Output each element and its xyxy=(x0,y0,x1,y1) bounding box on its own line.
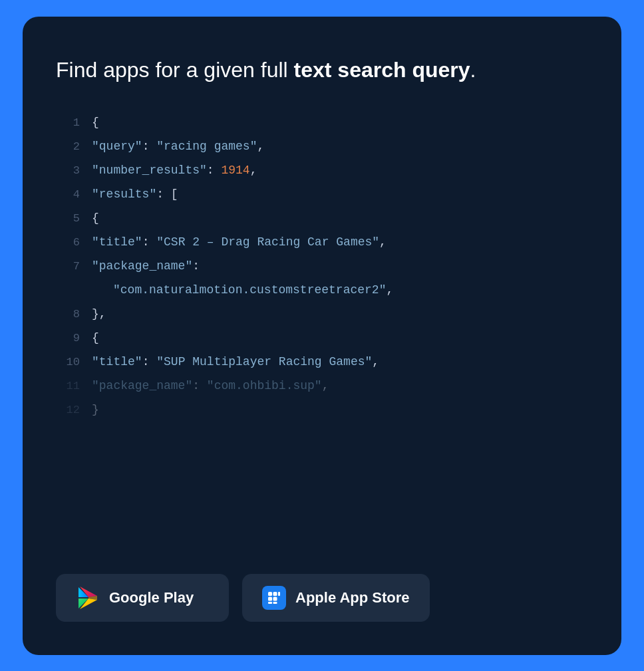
svg-rect-7 xyxy=(278,592,280,596)
code-token: "results" xyxy=(92,188,156,201)
code-content: "query": "racing games", xyxy=(92,134,264,158)
code-token: "CSR 2 – Drag Racing Car Games" xyxy=(156,235,379,249)
line-number: 10 xyxy=(56,351,80,374)
code-content: "com.naturalmotion.customstreetracer2", xyxy=(92,278,393,302)
code-line: 12} xyxy=(56,398,588,422)
code-block: 1{2"query": "racing games",3"number_resu… xyxy=(56,110,588,547)
code-content: "title": "SUP Multiplayer Racing Games", xyxy=(92,350,379,374)
code-token: : xyxy=(142,140,157,153)
code-token: "number_results" xyxy=(92,164,207,177)
code-token: : xyxy=(142,235,157,249)
line-number: 4 xyxy=(56,184,80,206)
code-token: , xyxy=(250,164,257,177)
code-token: , xyxy=(379,235,387,249)
code-token: "package_name" xyxy=(92,259,192,273)
code-token: "com.ohbibi.sup" xyxy=(207,379,322,392)
code-token: { xyxy=(92,331,99,344)
code-content: { xyxy=(92,110,99,134)
code-line: 3"number_results": 1914, xyxy=(56,158,588,182)
line-number: 5 xyxy=(56,207,80,230)
line-number: 2 xyxy=(56,136,80,158)
line-number: 11 xyxy=(56,375,80,398)
apple-app-store-icon xyxy=(262,586,286,610)
code-line: 6"title": "CSR 2 – Drag Racing Car Games… xyxy=(56,230,588,254)
code-content: "package_name": xyxy=(92,254,200,278)
line-number: 7 xyxy=(56,255,80,278)
code-token: : xyxy=(142,355,157,368)
code-content: { xyxy=(92,206,99,230)
code-content: { xyxy=(92,326,99,350)
code-line: 10"title": "SUP Multiplayer Racing Games… xyxy=(56,350,588,374)
headline: Find apps for a given full text search q… xyxy=(56,57,588,84)
code-token: } xyxy=(92,403,99,416)
svg-rect-6 xyxy=(273,592,277,596)
line-number: 12 xyxy=(56,399,80,422)
svg-rect-5 xyxy=(268,592,272,596)
code-token: , xyxy=(322,379,329,392)
code-token: "SUP Multiplayer Racing Games" xyxy=(156,355,372,368)
code-line: 9{ xyxy=(56,326,588,350)
code-token: : [ xyxy=(156,188,178,201)
apple-store-button[interactable]: Apple App Store xyxy=(242,574,430,622)
code-line: 11"package_name": "com.ohbibi.sup", xyxy=(56,374,588,398)
svg-rect-11 xyxy=(273,602,277,604)
line-number: 6 xyxy=(56,231,80,254)
code-line: 5{ xyxy=(56,206,588,230)
line-number: 3 xyxy=(56,160,80,182)
svg-rect-9 xyxy=(273,597,277,601)
code-token: { xyxy=(92,211,99,225)
code-token: : xyxy=(192,259,200,273)
line-number: 1 xyxy=(56,112,80,134)
code-line: 1{ xyxy=(56,110,588,134)
line-number: 9 xyxy=(56,327,80,350)
svg-rect-8 xyxy=(268,597,272,601)
code-token: "title" xyxy=(92,235,142,249)
code-content: "number_results": 1914, xyxy=(92,158,257,182)
line-number: 8 xyxy=(56,303,80,326)
code-line: 8}, xyxy=(56,302,588,326)
code-content: } xyxy=(92,398,99,422)
code-token: "query" xyxy=(92,140,142,153)
code-token: "com.naturalmotion.customstreetracer2" xyxy=(113,283,386,297)
code-line: 2"query": "racing games", xyxy=(56,134,588,158)
main-card: Find apps for a given full text search q… xyxy=(23,17,621,655)
buttons-row: Google Play Apple App Store xyxy=(56,574,588,622)
code-content: }, xyxy=(92,302,106,326)
code-line: "com.naturalmotion.customstreetracer2", xyxy=(56,278,588,302)
code-token: "title" xyxy=(92,355,142,368)
google-play-button[interactable]: Google Play xyxy=(56,574,229,622)
code-token: "racing games" xyxy=(156,140,257,153)
code-token: 1914 xyxy=(221,164,249,177)
code-content: "package_name": "com.ohbibi.sup", xyxy=(92,374,329,398)
headline-bold: text search query xyxy=(294,58,470,82)
code-content: "title": "CSR 2 – Drag Racing Car Games"… xyxy=(92,230,387,254)
google-play-icon xyxy=(76,586,100,610)
code-token: , xyxy=(257,140,264,153)
apple-store-label: Apple App Store xyxy=(295,589,410,606)
code-token: : xyxy=(192,379,207,392)
code-token: { xyxy=(92,116,99,129)
headline-prefix: Find apps for a given full xyxy=(56,58,294,82)
code-line: 7"package_name": xyxy=(56,254,588,278)
code-token: , xyxy=(372,355,379,368)
code-content: "results": [ xyxy=(92,182,178,206)
code-token: , xyxy=(386,283,393,297)
svg-rect-10 xyxy=(268,602,272,604)
code-token: : xyxy=(207,164,222,177)
google-play-label: Google Play xyxy=(109,589,194,606)
code-token: "package_name" xyxy=(92,379,192,392)
headline-suffix: . xyxy=(470,58,476,82)
code-line: 4"results": [ xyxy=(56,182,588,206)
code-token: }, xyxy=(92,307,106,321)
